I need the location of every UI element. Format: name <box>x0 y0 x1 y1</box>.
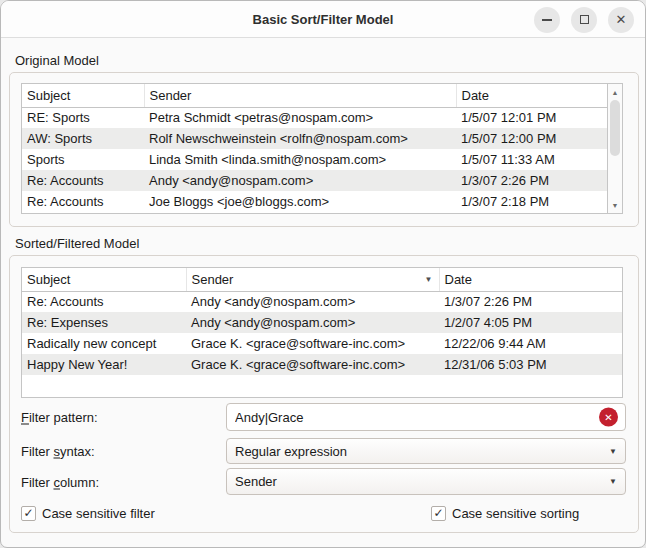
table-row[interactable]: AW: SportsRolf Newschweinstein <rolfn@no… <box>22 128 607 149</box>
table-cell[interactable]: Andy <andy@nospam.com> <box>144 170 456 191</box>
filter-syntax-label: Filter syntax: <box>21 444 95 459</box>
column-header-subject[interactable]: Subject <box>22 268 186 291</box>
filter-syntax-row: Filter syntax: Regular expression ▼ <box>21 438 627 464</box>
table-cell[interactable]: 1/3/07 2:26 PM <box>439 291 622 312</box>
table-cell[interactable]: Grace K. <grace@software-inc.com> <box>186 333 439 354</box>
table-cell[interactable]: Radically new concept <box>22 333 186 354</box>
filter-column-select[interactable]: Sender ▼ <box>226 468 626 495</box>
vertical-scrollbar[interactable]: ▲ ▼ <box>607 84 622 213</box>
case-sensitive-sorting-checkbox[interactable]: ✓ Case sensitive sorting <box>431 504 579 522</box>
table-cell[interactable]: Andy <andy@nospam.com> <box>186 291 439 312</box>
table-cell[interactable]: 1/5/07 11:33 AM <box>456 149 607 170</box>
checkbox-label: Case sensitive sorting <box>452 506 579 521</box>
label-mnemonic: F <box>21 410 29 425</box>
label-text: yntax: <box>60 444 95 459</box>
check-icon: ✓ <box>23 507 33 519</box>
table-cell[interactable]: Re: Expenses <box>22 312 186 333</box>
scroll-down-icon[interactable]: ▼ <box>608 198 622 212</box>
header-row: Subject Sender Date <box>22 84 607 107</box>
label-text: olumn: <box>60 474 99 489</box>
checkbox-label: Case sensitive filter <box>42 506 155 521</box>
table-cell[interactable]: Grace K. <grace@software-inc.com> <box>186 354 439 375</box>
table-cell[interactable]: 1/2/07 4:05 PM <box>439 312 622 333</box>
column-header-date[interactable]: Date <box>456 84 607 107</box>
table-cell[interactable]: 1/5/07 12:01 PM <box>456 107 607 128</box>
column-header-subject[interactable]: Subject <box>22 84 144 107</box>
original-model-grid: Subject Sender Date RE: SportsPetra Schm… <box>22 84 607 212</box>
minimize-button[interactable] <box>534 7 560 33</box>
column-header-sender[interactable]: Sender <box>144 84 456 107</box>
table-row[interactable]: Re: AccountsAndy <andy@nospam.com>1/3/07… <box>22 170 607 191</box>
table-row[interactable]: Re: AccountsAndy <andy@nospam.com>1/3/07… <box>22 291 622 312</box>
table-row[interactable]: Re: AccountsJoe Bloggs <joe@bloggs.com>1… <box>22 191 607 212</box>
checkbox-box: ✓ <box>431 506 446 521</box>
label-text: Filter <box>21 474 54 489</box>
header-row: Subject Sender ▼ Date <box>22 268 622 291</box>
column-header-sender-label: Sender <box>192 272 234 287</box>
window-controls: ✕ <box>534 1 634 38</box>
filter-column-row: Filter column: Sender ▼ <box>21 468 627 495</box>
chevron-down-icon: ▼ <box>609 477 617 486</box>
window-title: Basic Sort/Filter Model <box>253 12 394 27</box>
filter-column-label: Filter column: <box>21 474 99 489</box>
table-cell[interactable]: RE: Sports <box>22 107 144 128</box>
table-cell[interactable]: Joe Bloggs <joe@bloggs.com> <box>144 191 456 212</box>
close-button[interactable]: ✕ <box>608 7 634 33</box>
table-cell[interactable]: Re: Accounts <box>22 291 186 312</box>
close-icon: ✕ <box>616 13 627 26</box>
label-text: ilter pattern: <box>29 410 98 425</box>
table-row[interactable]: Radically new conceptGrace K. <grace@sof… <box>22 333 622 354</box>
original-model-table: Subject Sender Date RE: SportsPetra Schm… <box>21 83 623 214</box>
filter-pattern-input[interactable] <box>226 403 626 431</box>
proxy-model-table: Subject Sender ▼ Date Re: AccountsAndy <… <box>21 267 623 398</box>
original-model-group-label: Original Model <box>15 53 99 68</box>
filter-pattern-label: Filter pattern: <box>21 410 98 425</box>
table-cell[interactable]: Andy <andy@nospam.com> <box>186 312 439 333</box>
check-icon: ✓ <box>433 507 443 519</box>
app-window: Basic Sort/Filter Model ✕ Original Model… <box>0 0 646 548</box>
table-cell[interactable]: Petra Schmidt <petras@nospam.com> <box>144 107 456 128</box>
table-cell[interactable]: Rolf Newschweinstein <rolfn@nospam.com> <box>144 128 456 149</box>
table-row[interactable]: SportsLinda Smith <linda.smith@nospam.co… <box>22 149 607 170</box>
table-row[interactable]: Happy New Year!Grace K. <grace@software-… <box>22 354 622 375</box>
clear-filter-button[interactable]: ✕ <box>599 408 618 427</box>
table-cell[interactable]: 1/5/07 12:00 PM <box>456 128 607 149</box>
scrollbar-thumb[interactable] <box>610 100 620 156</box>
filter-syntax-value: Regular expression <box>235 444 347 459</box>
checkbox-box: ✓ <box>21 506 36 521</box>
chevron-down-icon: ▼ <box>609 447 617 456</box>
table-cell[interactable]: Re: Accounts <box>22 191 144 212</box>
column-header-date[interactable]: Date <box>439 268 622 291</box>
table-row[interactable]: Re: ExpensesAndy <andy@nospam.com>1/2/07… <box>22 312 622 333</box>
proxy-model-group-label: Sorted/Filtered Model <box>15 236 139 251</box>
table-cell[interactable]: Linda Smith <linda.smith@nospam.com> <box>144 149 456 170</box>
minimize-icon <box>542 19 552 21</box>
filter-pattern-row: Filter pattern: ✕ <box>21 403 627 431</box>
label-text: Filter <box>21 444 54 459</box>
table-cell[interactable]: 1/3/07 2:26 PM <box>456 170 607 191</box>
proxy-model-grid: Subject Sender ▼ Date Re: AccountsAndy <… <box>22 268 622 375</box>
case-sensitive-filter-checkbox[interactable]: ✓ Case sensitive filter <box>21 504 155 522</box>
column-header-sender[interactable]: Sender ▼ <box>186 268 439 291</box>
table-cell[interactable]: Sports <box>22 149 144 170</box>
table-cell[interactable]: 12/22/06 9:44 AM <box>439 333 622 354</box>
table-row[interactable]: RE: SportsPetra Schmidt <petras@nospam.c… <box>22 107 607 128</box>
sort-descending-icon: ▼ <box>425 275 433 284</box>
table-cell[interactable]: 12/31/06 5:03 PM <box>439 354 622 375</box>
maximize-icon <box>580 15 589 24</box>
maximize-button[interactable] <box>571 7 597 33</box>
scroll-up-icon[interactable]: ▲ <box>608 85 622 99</box>
filter-column-value: Sender <box>235 474 277 489</box>
clear-icon: ✕ <box>604 412 612 422</box>
titlebar[interactable]: Basic Sort/Filter Model ✕ <box>1 1 645 38</box>
table-cell[interactable]: Re: Accounts <box>22 170 144 191</box>
table-cell[interactable]: AW: Sports <box>22 128 144 149</box>
table-cell[interactable]: 1/3/07 2:18 PM <box>456 191 607 212</box>
table-cell[interactable]: Happy New Year! <box>22 354 186 375</box>
filter-syntax-select[interactable]: Regular expression ▼ <box>226 438 626 464</box>
